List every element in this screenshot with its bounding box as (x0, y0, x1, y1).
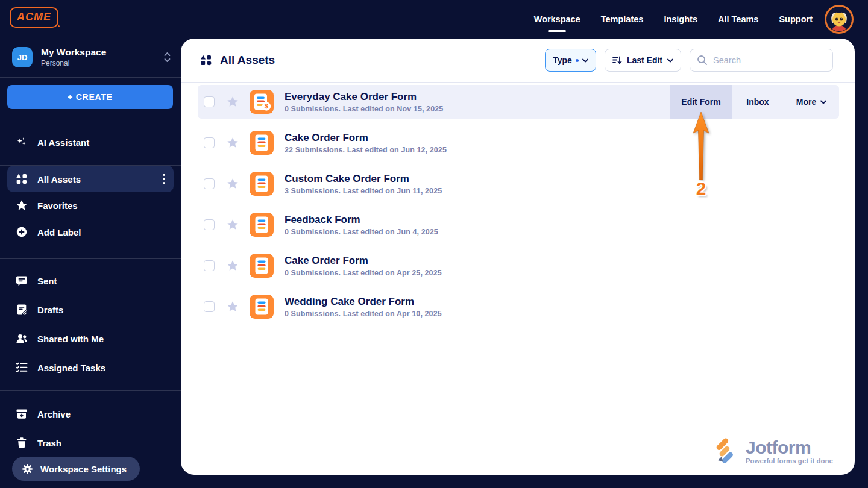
row-checkbox[interactable] (204, 96, 215, 107)
workspace-settings-button[interactable]: Workspace Settings (12, 457, 140, 481)
jotform-tagline: Powerful forms get it done (746, 457, 833, 465)
form-meta: 3 Submissions. Last edited on Jun 11, 20… (285, 187, 442, 195)
asset-row[interactable]: Custom Cake Order Form 3 Submissions. La… (198, 167, 839, 201)
workspace-settings-label: Workspace Settings (40, 464, 127, 474)
sort-button[interactable]: Last Edit (605, 49, 681, 72)
acme-logo[interactable]: ACME (10, 7, 58, 28)
sidebar-item-shared-with-me[interactable]: Shared with Me (0, 324, 181, 353)
sidebar-item-label: Shared with Me (37, 334, 104, 344)
payment-form-icon: $ (250, 90, 274, 114)
plus-circle-icon (16, 226, 28, 238)
user-avatar[interactable] (825, 5, 854, 34)
favorite-star-icon[interactable] (227, 178, 239, 190)
form-title[interactable]: Wedding Cake Order Form (285, 296, 442, 308)
more-label: More (796, 97, 816, 107)
sidebar-item-archive[interactable]: Archive (0, 399, 181, 428)
asset-row[interactable]: $ Everyday Cake Order Form 0 Submissions… (198, 85, 839, 119)
sidebar-item-label: Assigned Tasks (37, 363, 105, 373)
asset-row[interactable]: Cake Order Form 22 Submissions. Last edi… (198, 126, 839, 160)
nav-templates[interactable]: Templates (601, 0, 644, 39)
favorite-star-icon[interactable] (227, 219, 239, 231)
row-checkbox[interactable] (204, 219, 215, 230)
avatar-cat-illustration (825, 5, 854, 34)
create-button[interactable]: + CREATE (7, 85, 173, 109)
form-icon (250, 172, 274, 196)
top-navigation: Workspace Templates Insights All Teams S… (534, 0, 813, 39)
sidebar-item-label: Trash (37, 438, 61, 448)
form-meta: 0 Submissions. Last edited on Nov 15, 20… (285, 105, 443, 113)
draft-document-icon (16, 304, 28, 316)
favorite-star-icon[interactable] (227, 301, 239, 313)
main-panel: All Assets Type Last Edit (181, 39, 855, 475)
favorite-star-icon[interactable] (227, 260, 239, 272)
workspace-plan: Personal (41, 59, 106, 67)
inbox-button[interactable]: Inbox (732, 85, 784, 119)
chevron-down-icon (582, 58, 588, 63)
chat-bubble-icon (16, 275, 28, 287)
row-checkbox[interactable] (204, 301, 215, 312)
panel-header: All Assets Type Last Edit (181, 39, 855, 83)
annotation-arrow-up (691, 112, 711, 182)
nav-workspace[interactable]: Workspace (534, 0, 580, 39)
star-icon (16, 199, 28, 211)
form-title[interactable]: Cake Order Form (285, 132, 447, 144)
sidebar-item-add-label[interactable]: Add Label (0, 219, 181, 245)
search-box (690, 49, 833, 72)
form-icon (250, 295, 274, 319)
jotform-logo-icon (713, 437, 741, 465)
nav-support[interactable]: Support (779, 0, 813, 39)
form-title[interactable]: Custom Cake Order Form (285, 173, 442, 185)
sidebar-item-sent[interactable]: Sent (0, 266, 181, 295)
page-title: All Assets (220, 54, 275, 67)
asset-list: $ Everyday Cake Order Form 0 Submissions… (181, 83, 855, 324)
sidebar-divider (0, 258, 181, 259)
nav-insights[interactable]: Insights (664, 0, 697, 39)
sidebar-item-label: Favorites (37, 201, 78, 211)
form-title[interactable]: Feedback Form (285, 214, 438, 226)
row-checkbox[interactable] (204, 178, 215, 189)
asset-row[interactable]: Cake Order Form 0 Submissions. Last edit… (198, 249, 839, 283)
more-button[interactable]: More (784, 85, 839, 119)
favorite-star-icon[interactable] (227, 96, 239, 108)
form-title[interactable]: Everyday Cake Order Form (285, 91, 443, 103)
archive-box-icon (16, 408, 28, 420)
chevron-down-icon (667, 58, 673, 63)
sidebar-item-drafts[interactable]: Drafts (0, 295, 181, 324)
asset-row[interactable]: Wedding Cake Order Form 0 Submissions. L… (198, 290, 839, 324)
all-assets-icon (16, 173, 28, 185)
sidebar-divider (0, 390, 181, 391)
form-meta: 22 Submissions. Last edited on Jun 12, 2… (285, 146, 447, 154)
sidebar-item-assigned-tasks[interactable]: Assigned Tasks (0, 353, 181, 382)
sidebar-divider (0, 77, 181, 78)
people-icon (16, 333, 28, 345)
all-assets-icon (200, 54, 212, 66)
form-meta: 0 Submissions. Last edited on Apr 25, 20… (285, 269, 442, 277)
workspace-selector[interactable]: JD My Workspace Personal (0, 39, 181, 77)
sidebar-item-trash[interactable]: Trash (0, 428, 181, 457)
kebab-menu-icon[interactable] (163, 174, 165, 184)
form-title[interactable]: Cake Order Form (285, 255, 442, 267)
nav-all-teams[interactable]: All Teams (718, 0, 758, 39)
sidebar-item-label: AI Assistant (37, 137, 89, 148)
type-filter-button[interactable]: Type (545, 49, 596, 72)
sidebar-item-all-assets[interactable]: All Assets (7, 166, 174, 192)
sidebar-item-label: All Assets (37, 174, 81, 184)
row-checkbox[interactable] (204, 137, 215, 148)
jotform-wordmark: Jotform (746, 439, 833, 457)
asset-row[interactable]: Feedback Form 0 Submissions. Last edited… (198, 208, 839, 242)
jotform-watermark: Jotform Powerful forms get it done (713, 437, 833, 465)
sidebar-item-label: Add Label (37, 227, 81, 237)
sort-icon (612, 55, 622, 65)
row-checkbox[interactable] (204, 260, 215, 271)
favorite-star-icon[interactable] (227, 137, 239, 149)
form-icon (250, 131, 274, 155)
sparkles-icon (16, 136, 28, 148)
topbar: ACME Workspace Templates Insights All Te… (0, 0, 868, 39)
search-input[interactable] (690, 49, 833, 72)
sidebar-item-favorites[interactable]: Favorites (0, 192, 181, 219)
svg-text:$: $ (265, 102, 269, 110)
trash-icon (16, 437, 28, 449)
workspace-avatar: JD (12, 47, 33, 67)
sidebar-item-ai-assistant[interactable]: AI Assistant (0, 129, 181, 155)
sort-label: Last Edit (627, 55, 662, 65)
